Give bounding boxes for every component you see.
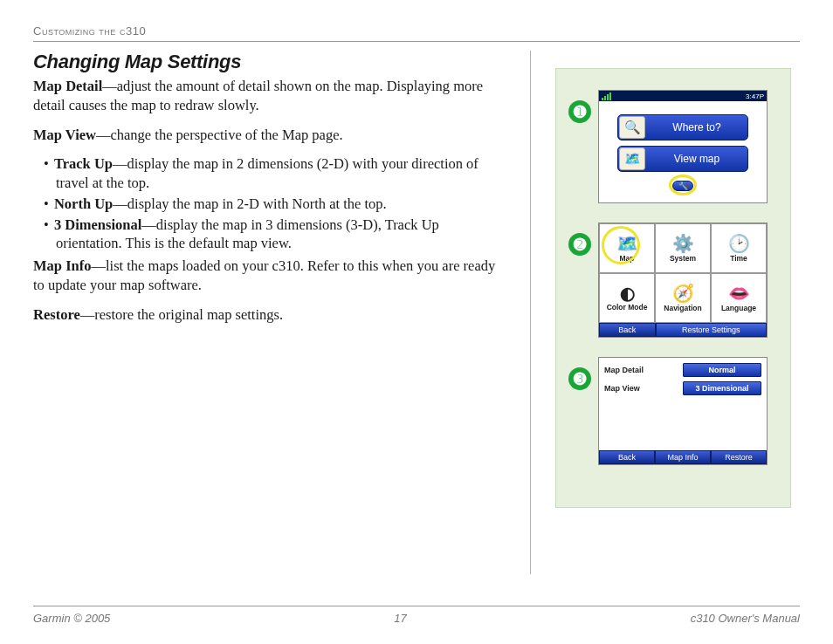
text-map-info: —list the maps loaded on your c310. Refe… <box>33 257 495 293</box>
gear-icon: ⚙️ <box>672 235 694 252</box>
device-screenshot-2: 🗺️ Map ⚙️ System 🕑 Time <box>598 223 768 338</box>
running-head: Customizing the c310 <box>33 24 800 38</box>
figure-row-2: ➋ 🗺️ Map ⚙️ System � <box>568 223 778 338</box>
settings-system-button[interactable]: ⚙️ System <box>655 223 711 273</box>
header-rule <box>33 41 800 42</box>
map-settings-icon: 🗺️ <box>616 235 638 252</box>
footer-manual-title: c310 Owner's Manual <box>691 612 800 625</box>
text-restore: —restore the original map settings. <box>80 306 283 323</box>
term-map-view: Map View <box>33 127 96 143</box>
magnifier-icon: 🔍 <box>619 116 645 139</box>
map-detail-value-button[interactable]: Normal <box>683 363 761 377</box>
settings-nav-label: Navigation <box>664 304 701 312</box>
step-badge-2: ➋ <box>568 233 591 256</box>
screenshots-sidebar: ➊ 3:47P 🔍 Where to? <box>555 68 791 508</box>
status-bar: 3:47P <box>599 91 767 101</box>
list-item-3d: 3 Dimensional—display the map in 3 dimen… <box>56 216 506 254</box>
navigation-icon: 🧭 <box>672 284 694 302</box>
device-screenshot-3: Map Detail Normal Map View 3 Dimensional… <box>598 357 768 465</box>
map-icon: 🗺️ <box>619 147 645 170</box>
settings-lang-label: Language <box>721 304 756 312</box>
color-mode-icon: ◐ <box>620 284 635 302</box>
settings-navigation-button[interactable]: 🧭 Navigation <box>655 273 711 323</box>
restore-button[interactable]: Restore <box>711 450 767 464</box>
view-map-button[interactable]: 🗺️ View map <box>617 146 748 172</box>
settings-language-button[interactable]: 👄 Language <box>711 273 767 323</box>
figure-row-1: ➊ 3:47P 🔍 Where to? <box>568 90 778 203</box>
settings-map-button[interactable]: 🗺️ Map <box>599 223 655 273</box>
map-view-row: Map View 3 Dimensional <box>604 381 761 395</box>
brightness-icon[interactable]: ☀ <box>683 181 692 192</box>
status-time: 3:47P <box>746 92 764 100</box>
settings-time-button[interactable]: 🕑 Time <box>711 223 767 273</box>
settings-system-label: System <box>670 254 696 263</box>
settings-color-button[interactable]: ◐ Color Mode <box>599 273 655 323</box>
where-to-label: Where to? <box>646 121 747 134</box>
map-view-options-list: Track Up—display the map in 2 dimensions… <box>33 154 506 253</box>
main-text-column: Changing Map Settings Map Detail—adjust … <box>33 51 514 574</box>
clock-icon: 🕑 <box>728 235 750 252</box>
footer-page-number: 17 <box>394 612 406 625</box>
footer-copyright: Garmin © 2005 <box>33 612 110 625</box>
step-badge-1: ➊ <box>568 100 591 123</box>
view-map-label: View map <box>646 153 747 165</box>
term-trackup: Track Up <box>54 155 113 172</box>
page-footer: Garmin © 2005 17 c310 Owner's Manual <box>33 606 800 625</box>
map-view-label: Map View <box>604 384 640 393</box>
map-view-value-button[interactable]: 3 Dimensional <box>683 381 761 395</box>
term-northup: North Up <box>54 195 113 212</box>
list-item-trackup: Track Up—display the map in 2 dimensions… <box>56 154 506 193</box>
text-map-view: —change the perspective of the Map page. <box>96 127 343 143</box>
term-3d: 3 Dimensional <box>54 216 141 233</box>
term-map-info: Map Info <box>33 257 91 274</box>
map-detail-row: Map Detail Normal <box>604 363 761 377</box>
text-trackup: —display the map in 2 dimensions (2-D) w… <box>56 155 478 191</box>
device-screenshot-1: 3:47P 🔍 Where to? 🗺️ View map <box>598 90 768 203</box>
settings-map-label: Map <box>620 254 635 263</box>
settings-color-label: Color Mode <box>607 304 648 312</box>
back-button[interactable]: Back <box>599 450 655 464</box>
list-item-northup: North Up—display the map in 2-D with Nor… <box>56 195 506 214</box>
term-map-detail: Map Detail <box>33 78 102 94</box>
text-northup: —display the map in 2-D with North at th… <box>113 195 386 212</box>
settings-time-label: Time <box>730 254 747 263</box>
para-map-view: Map View—change the perspective of the M… <box>33 126 506 145</box>
restore-settings-button[interactable]: Restore Settings <box>656 323 767 337</box>
step-badge-3: ➌ <box>568 367 591 390</box>
para-map-info: Map Info—list the maps loaded on your c3… <box>33 257 506 295</box>
language-icon: 👄 <box>728 284 750 302</box>
figure-row-3: ➌ Map Detail Normal Map View 3 Dimension… <box>568 357 778 465</box>
term-restore: Restore <box>33 306 80 323</box>
map-detail-label: Map Detail <box>604 366 644 374</box>
column-divider <box>530 51 531 574</box>
back-button[interactable]: Back <box>599 323 656 337</box>
para-restore: Restore—restore the original map setting… <box>33 305 506 325</box>
para-map-detail: Map Detail—adjust the amount of detail s… <box>33 77 506 115</box>
map-info-button[interactable]: Map Info <box>655 450 711 464</box>
where-to-button[interactable]: 🔍 Where to? <box>617 114 748 140</box>
section-title: Changing Map Settings <box>33 51 506 73</box>
satellite-signal-icon <box>602 92 611 100</box>
